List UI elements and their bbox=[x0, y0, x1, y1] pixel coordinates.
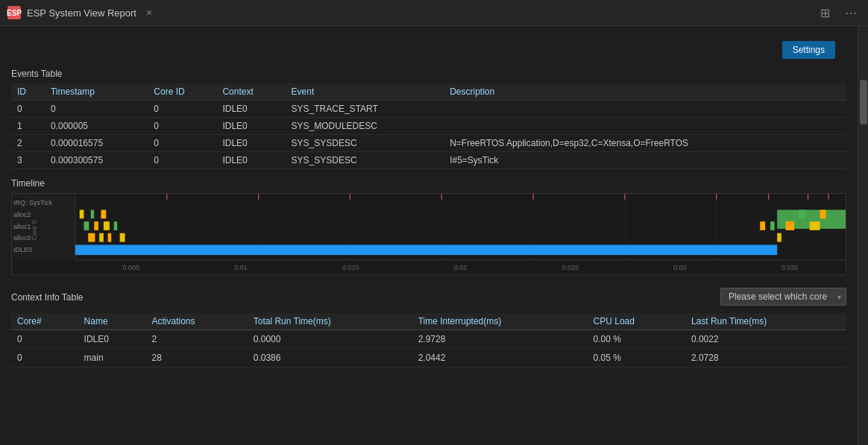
svg-rect-31 bbox=[760, 221, 765, 230]
svg-rect-28 bbox=[91, 210, 95, 219]
table-row[interactable]: 1 0.000005 0 IDLE0 SYS_MODULEDESC bbox=[11, 118, 846, 135]
ctx-col-lastrun: Last Run Time(ms) bbox=[685, 313, 846, 330]
settings-area: Settings bbox=[11, 34, 846, 63]
col-id: ID bbox=[11, 83, 45, 101]
svg-rect-18 bbox=[75, 244, 777, 255]
table-row[interactable]: 0 main 28 0.0386 2.0442 0.05 % 2.0728 bbox=[11, 349, 846, 367]
table-row[interactable]: 0 0 0 IDLE0 SYS_TRACE_START bbox=[11, 101, 846, 118]
x-label-6: 0.03 bbox=[673, 264, 687, 271]
cell-timestamp: 0.000300575 bbox=[45, 152, 148, 169]
cell-event: SYS_TRACE_START bbox=[286, 101, 444, 118]
x-label-1: 0.005 bbox=[123, 264, 140, 271]
cell-id: 1 bbox=[11, 118, 45, 135]
context-info-table: Core# Name Activations Total Run Time(ms… bbox=[11, 313, 846, 367]
cell-event: SYS_MODULEDESC bbox=[286, 118, 444, 135]
left-panel: Settings Events Table ID Timestamp Core … bbox=[0, 26, 858, 445]
table-row[interactable]: 0 IDLE0 2 0.0000 2.9728 0.00 % 0.0022 bbox=[11, 330, 846, 349]
cell-coreid: 0 bbox=[148, 101, 216, 118]
cell-timestamp: 0.000005 bbox=[45, 118, 148, 135]
svg-rect-32 bbox=[770, 221, 775, 230]
svg-rect-27 bbox=[80, 210, 84, 219]
table-row[interactable]: 3 0.000300575 0 IDLE0 SYS_SYSDESC I#5=Sy… bbox=[11, 152, 846, 169]
svg-rect-34 bbox=[786, 221, 794, 230]
x-label-3: 0.015 bbox=[342, 264, 359, 271]
cell-context: IDLE0 bbox=[216, 135, 285, 152]
cell-description bbox=[444, 101, 846, 118]
context-info-section: Context Info Table Please select which c… bbox=[11, 286, 846, 367]
events-table-section: Events Table ID Timestamp Core ID Contex… bbox=[11, 69, 846, 169]
timeline-svg bbox=[75, 194, 846, 259]
svg-rect-26 bbox=[114, 221, 118, 230]
ctx-cell-activations: 2 bbox=[145, 330, 247, 349]
ctx-col-name: Name bbox=[78, 313, 146, 330]
cell-description: I#5=SysTick bbox=[444, 152, 846, 169]
ctx-cell-interrupted: 2.9728 bbox=[412, 330, 588, 349]
svg-rect-19 bbox=[88, 233, 95, 242]
ctx-col-cpuload: CPU Load bbox=[588, 313, 685, 330]
scrollbar[interactable] bbox=[858, 26, 868, 445]
cell-id: 2 bbox=[11, 135, 45, 152]
ctx-cell-totalrun: 0.0000 bbox=[248, 330, 412, 349]
ctx-cell-name: IDLE0 bbox=[78, 330, 146, 349]
events-table: ID Timestamp Core ID Context Event Descr… bbox=[11, 83, 846, 169]
cell-event: SYS_SYSDESC bbox=[286, 135, 444, 152]
ctx-cell-cpuload: 0.00 % bbox=[588, 330, 685, 349]
cell-event: SYS_SYSDESC bbox=[286, 152, 444, 169]
main-content: Settings Events Table ID Timestamp Core … bbox=[0, 26, 868, 445]
x-label-2: 0.01 bbox=[234, 264, 248, 271]
svg-rect-36 bbox=[810, 221, 820, 230]
x-axis-labels: 0.005 0.01 0.015 0.02 0.025 0.03 0.035 bbox=[75, 259, 846, 274]
y-label-irq: IRQ: SysTick bbox=[13, 199, 71, 207]
window-title: ESP System View Report bbox=[27, 7, 136, 19]
core-select[interactable]: Please select which core Core 0 Core 1 bbox=[720, 288, 846, 306]
y-label-alloc0: alloc0 bbox=[13, 234, 71, 242]
svg-rect-25 bbox=[104, 221, 110, 230]
y-label-idle0: IDLE0 bbox=[13, 246, 71, 254]
svg-rect-35 bbox=[799, 210, 805, 219]
cell-context: IDLE0 bbox=[216, 101, 285, 118]
svg-rect-21 bbox=[108, 233, 112, 242]
table-row[interactable]: 2 0.000016575 0 IDLE0 SYS_SYSDESC N=Free… bbox=[11, 135, 846, 152]
ctx-cell-activations: 28 bbox=[145, 349, 247, 367]
timeline-chart: IRQ: SysTick alloc2 alloc1 alloc0 IDLE0 … bbox=[11, 193, 846, 275]
cell-coreid: 0 bbox=[148, 118, 216, 135]
cell-context: IDLE0 bbox=[216, 118, 285, 135]
cell-coreid: 0 bbox=[148, 152, 216, 169]
context-table-header: Core# Name Activations Total Run Time(ms… bbox=[11, 313, 846, 330]
ctx-cell-totalrun: 0.0386 bbox=[248, 349, 412, 367]
svg-rect-33 bbox=[777, 233, 781, 242]
more-options-button[interactable]: ⋯ bbox=[841, 4, 861, 22]
split-view-button[interactable]: ⊞ bbox=[817, 4, 834, 22]
svg-rect-24 bbox=[94, 221, 98, 230]
x-label-7: 0.035 bbox=[781, 264, 799, 271]
context-header-row: Context Info Table Please select which c… bbox=[11, 286, 846, 307]
title-bar-left: ESP ESP System View Report × bbox=[7, 5, 156, 20]
col-description: Description bbox=[444, 83, 846, 101]
x-label-4: 0.02 bbox=[454, 264, 468, 271]
ctx-cell-name: main bbox=[78, 349, 146, 367]
events-table-header: ID Timestamp Core ID Context Event Descr… bbox=[11, 83, 846, 101]
cell-coreid: 0 bbox=[148, 135, 216, 152]
close-button[interactable]: × bbox=[142, 5, 156, 20]
y-label-alloc1: alloc1 bbox=[13, 223, 71, 231]
ctx-col-totalrun: Total Run Time(ms) bbox=[248, 313, 412, 330]
settings-button[interactable]: Settings bbox=[782, 41, 835, 59]
title-bar-right: ⊞ ⋯ bbox=[817, 4, 861, 22]
core-label: Core 0 bbox=[31, 220, 38, 240]
y-label-alloc2: alloc2 bbox=[13, 211, 71, 219]
cell-timestamp: 0.000016575 bbox=[45, 135, 148, 152]
app-window: ESP ESP System View Report × ⊞ ⋯ Setting… bbox=[0, 0, 868, 445]
cell-context: IDLE0 bbox=[216, 152, 285, 169]
cell-id: 3 bbox=[11, 152, 45, 169]
ctx-cell-core: 0 bbox=[11, 349, 78, 367]
svg-rect-23 bbox=[84, 221, 89, 230]
events-table-label: Events Table bbox=[11, 69, 846, 79]
ctx-cell-interrupted: 2.0442 bbox=[412, 349, 588, 367]
ctx-col-interrupted: Time Interrupted(ms) bbox=[412, 313, 588, 330]
ctx-cell-lastrun: 2.0728 bbox=[685, 349, 846, 367]
col-event: Event bbox=[286, 83, 444, 101]
scrollbar-thumb[interactable] bbox=[860, 80, 867, 124]
app-icon: ESP bbox=[7, 6, 21, 19]
cell-description: N=FreeRTOS Application,D=esp32,C=Xtensa,… bbox=[444, 135, 846, 152]
ctx-cell-cpuload: 0.05 % bbox=[588, 349, 685, 367]
